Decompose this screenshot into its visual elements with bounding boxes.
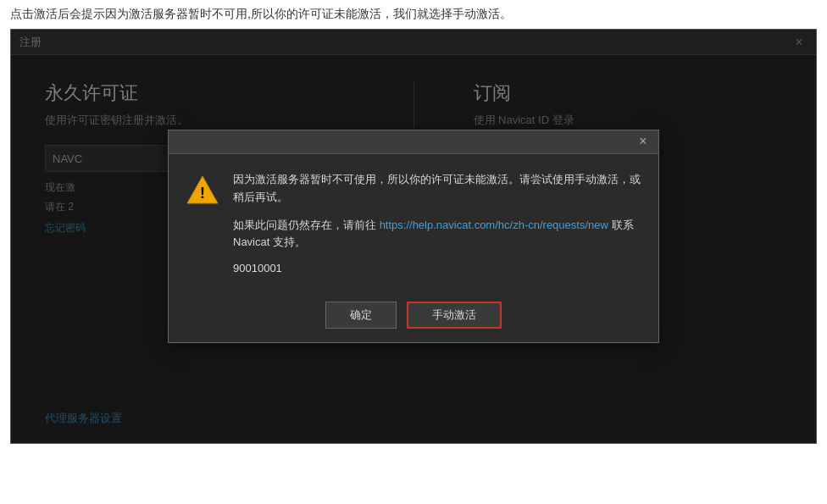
dialog-close-button[interactable]: ×: [635, 133, 652, 150]
dialog-message-line2: 如果此问题仍然存在，请前往 https://help.navicat.com/h…: [233, 217, 641, 252]
dialog-text-area: 因为激活服务器暂时不可使用，所以你的许可证未能激活。请尝试使用手动激活，或稍后再…: [233, 171, 641, 278]
dialog-message-line1: 因为激活服务器暂时不可使用，所以你的许可证未能激活。请尝试使用手动激活，或稍后再…: [233, 171, 641, 207]
instruction-bar: 点击激活后会提示因为激活服务器暂时不可用,所以你的许可证未能激活，我们就选择手动…: [0, 0, 827, 29]
dialog-buttons: 确定 手动激活: [169, 291, 658, 342]
warning-icon: !: [186, 171, 219, 278]
dialog-overlay: × ! 因为激活服务器暂时不可使用，所以你的许可证未能激活。请尝试使用手动激活，…: [11, 30, 816, 443]
error-dialog: × ! 因为激活服务器暂时不可使用，所以你的许可证未能激活。请尝试使用手动激活，…: [168, 130, 659, 343]
dialog-message-prefix: 如果此问题仍然存在，请前往: [233, 219, 376, 231]
svg-text:!: !: [200, 185, 205, 202]
manual-activate-button[interactable]: 手动激活: [407, 302, 502, 329]
navicat-support-link[interactable]: https://help.navicat.com/hc/zh-cn/reques…: [380, 219, 608, 231]
dialog-titlebar: ×: [169, 130, 658, 154]
dialog-content: ! 因为激活服务器暂时不可使用，所以你的许可证未能激活。请尝试使用手动激活，或稍…: [169, 154, 658, 291]
registration-window: 注册 × 永久许可证 使用许可证密钥注册并激活。 现在激 请在 2 忘记密码 订…: [10, 29, 817, 444]
instruction-text: 点击激活后会提示因为激活服务器暂时不可用,所以你的许可证未能激活，我们就选择手动…: [10, 7, 512, 20]
ok-button[interactable]: 确定: [325, 302, 397, 329]
error-code: 90010001: [233, 262, 641, 274]
